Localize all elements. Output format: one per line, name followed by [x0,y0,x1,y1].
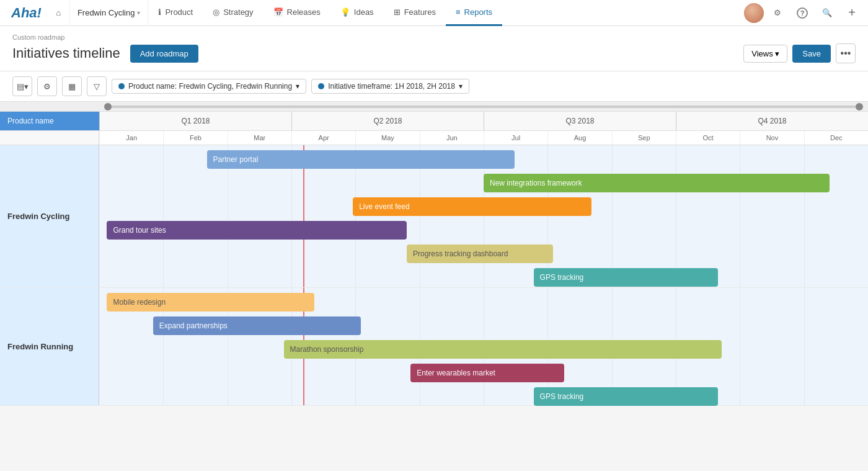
product-selector[interactable]: Fredwin Cycling ▾ [70,0,148,26]
page-title-row: Initiatives timeline Add roadmap Views ▾… [12,43,856,71]
grid-line-oct [676,145,676,287]
views-button[interactable]: Views ▾ [743,45,787,63]
question-icon: ? [797,7,808,19]
grid-line-feb [163,145,164,287]
grid-line-sep [612,145,613,287]
filter-button[interactable]: ▽ [87,76,107,96]
initiative-bar-live-event-feed[interactable]: Live event feed [353,197,591,216]
gantt-slider[interactable] [0,102,868,112]
quarter-q1: Q1 2018 [99,112,291,130]
grid-line-dec-r [804,288,805,405]
initiative-bar-expand-partnerships[interactable]: Expand partnerships [153,316,361,335]
avatar[interactable] [744,3,764,23]
features-icon: ⊞ [394,7,401,17]
filter-label-1: Product name: Fredwin Cycling, Fredwin R… [128,82,292,91]
initiative-bar-mobile-redesign[interactable]: Mobile redesign [107,293,314,312]
grid-line-dec [804,145,805,287]
initiative-bar-new-integrations[interactable]: New integrations framework [484,174,830,192]
calendar-view-button[interactable]: ▤ ▾ [12,76,32,96]
ideas-icon: 💡 [340,7,350,17]
nav-right: ⚙ ? 🔍 + [744,2,863,24]
toolbar: ▤ ▾ ⚙ ▦ ▽ Product name: Fredwin Cycling,… [0,71,868,102]
product-row-fredwin-cycling: Fredwin Cycling Partner portal New integ… [0,145,868,288]
search-icon: 🔍 [822,8,832,17]
month-jan: Jan [99,131,163,145]
save-button[interactable]: Save [792,45,831,63]
grid-line-nov-r [740,288,740,405]
gantt-month-headers: Jan Feb Mar Apr May Jun Jul Aug Sep Oct … [0,131,868,145]
month-sep: Sep [612,131,676,145]
top-nav: Aha! ⌂ Fredwin Cycling ▾ ℹ Product ◎ Str… [0,0,868,26]
page-title-right: Views ▾ Save ••• [743,43,856,63]
layout-button[interactable]: ▦ [62,76,82,96]
nav-item-product[interactable]: ℹ Product [148,0,203,26]
nav-item-features[interactable]: ⊞ Features [384,0,446,26]
gantt-quarter-headers: Product name Q1 2018 Q2 2018 Q3 2018 Q4 … [0,112,868,131]
filter-pill-2[interactable]: Initiative timeframe: 1H 2018, 2H 2018 ▾ [311,79,469,94]
slider-left-handle[interactable] [104,103,112,110]
initiative-bar-progress-tracking[interactable]: Progress tracking dashboard [407,244,553,263]
nav-item-strategy[interactable]: ◎ Strategy [203,0,263,26]
slider-right-handle[interactable] [856,103,863,110]
more-options-button[interactable]: ••• [836,43,856,63]
month-mar: Mar [228,131,291,145]
month-dec: Dec [804,131,868,145]
month-may: May [355,131,419,145]
filter-pill-1[interactable]: Product name: Fredwin Cycling, Fredwin R… [112,79,306,94]
initiative-bar-enter-wearables[interactable]: Enter wearables market [410,364,564,382]
product-label-fredwin-running: Fredwin Running [0,288,99,405]
filter-label-2: Initiative timeframe: 1H 2018, 2H 2018 [328,82,455,91]
month-jun: Jun [420,131,484,145]
page-header: Custom roadmap Initiatives timeline Add … [0,26,868,71]
strategy-icon: ◎ [213,7,219,17]
nav-item-releases[interactable]: 📅 Releases [264,0,330,26]
releases-icon: 📅 [273,7,283,17]
initiative-bar-partner-portal[interactable]: Partner portal [207,150,515,169]
help-button[interactable]: ? [791,2,813,24]
reports-icon: ≡ [456,7,461,17]
grid-line-nov [740,145,740,287]
grid-line-aug [547,145,548,287]
product-selector-label: Fredwin Cycling [78,8,135,17]
quarter-q3: Q3 2018 [484,112,676,130]
initiative-bar-gps-tracking-running[interactable]: GPS tracking [534,387,719,406]
logo[interactable]: Aha! [5,5,48,21]
gear-icon: ⚙ [774,8,781,17]
product-row-fredwin-running: Fredwin Running Mobile redesign Expand p… [0,288,868,406]
layout-icon: ▦ [68,82,76,91]
month-feb: Feb [163,131,227,145]
month-nov: Nov [740,131,804,145]
gantt-label-header: Product name [0,112,99,130]
nav-home-button[interactable]: ⌂ [48,0,70,26]
search-button[interactable]: 🔍 [816,2,838,24]
settings-toolbar-button[interactable]: ⚙ [37,76,57,96]
custom-label: Custom roadmap [12,34,856,41]
gantt-chart: Product name Q1 2018 Q2 2018 Q3 2018 Q4 … [0,102,868,406]
product-label-fredwin-cycling: Fredwin Cycling [0,145,99,287]
cog-icon: ⚙ [43,82,51,91]
home-icon: ⌂ [56,8,61,17]
filter-dot-1 [118,83,125,89]
calendar-icon: ▤ [17,82,24,91]
nav-item-reports[interactable]: ≡ Reports [446,0,502,26]
initiative-bar-marathon-sponsorship[interactable]: Marathon sponsorship [284,340,722,359]
add-roadmap-button[interactable]: Add roadmap [130,45,198,63]
filter-dot-2 [318,83,324,89]
chevron-icon-1: ▾ [296,82,299,91]
initiative-bar-gps-tracking-cycling[interactable]: GPS tracking [534,268,719,287]
month-jul: Jul [484,131,547,145]
add-button[interactable]: + [841,2,863,24]
quarter-q2: Q2 2018 [291,112,484,130]
gantt-bars-fredwin-cycling: Partner portal New integrations framewor… [99,145,868,287]
month-apr: Apr [291,131,355,145]
gantt-bars-fredwin-running: Mobile redesign Expand partnerships Mara… [99,288,868,405]
chevron-down-icon: ▾ [137,9,140,16]
initiative-bar-grand-tour-sites[interactable]: Grand tour sites [107,221,407,240]
ellipsis-icon: ••• [841,48,851,59]
nav-item-ideas[interactable]: 💡 Ideas [330,0,384,26]
gantt-quarters: Q1 2018 Q2 2018 Q3 2018 Q4 2018 [99,112,868,130]
settings-button[interactable]: ⚙ [766,2,789,24]
chevron-icon-2: ▾ [459,82,463,91]
filter-icon: ▽ [94,82,100,91]
month-aug: Aug [547,131,611,145]
